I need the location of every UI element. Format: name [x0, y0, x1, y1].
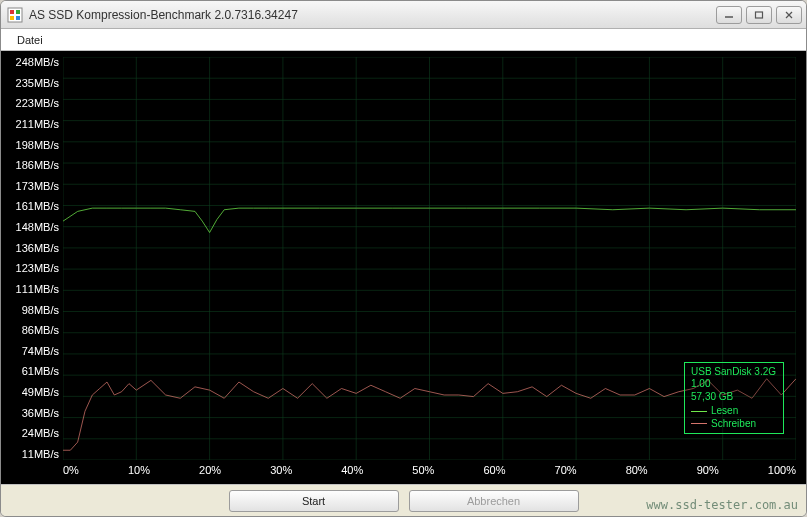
watermark: www.ssd-tester.com.au	[646, 498, 798, 512]
x-axis: 0%10%20%30%40%50%60%70%80%90%100%	[63, 464, 796, 480]
plot-area: USB SanDisk 3.2G 1.00 57,30 GB Lesen Sch…	[63, 57, 796, 460]
x-tick: 50%	[412, 464, 434, 480]
svg-rect-6	[756, 12, 763, 18]
window-title: AS SSD Kompression-Benchmark 2.0.7316.34…	[29, 8, 716, 22]
y-axis: 248MB/s235MB/s223MB/s211MB/s198MB/s186MB…	[1, 57, 63, 460]
x-tick: 100%	[768, 464, 796, 480]
minimize-button[interactable]	[716, 6, 742, 24]
legend-write-label: Schreiben	[711, 418, 756, 431]
y-tick: 173MB/s	[1, 181, 63, 192]
legend-read-label: Lesen	[711, 405, 738, 418]
legend-device: USB SanDisk 3.2G	[691, 366, 777, 379]
y-tick: 11MB/s	[1, 449, 63, 460]
legend-swatch-read	[691, 411, 707, 412]
y-tick: 136MB/s	[1, 243, 63, 254]
y-tick: 24MB/s	[1, 428, 63, 439]
y-tick: 161MB/s	[1, 201, 63, 212]
app-icon	[7, 7, 23, 23]
y-tick: 123MB/s	[1, 263, 63, 274]
start-button[interactable]: Start	[229, 490, 399, 512]
y-tick: 235MB/s	[1, 78, 63, 89]
y-tick: 74MB/s	[1, 346, 63, 357]
svg-rect-4	[16, 16, 20, 20]
y-tick: 223MB/s	[1, 98, 63, 109]
y-tick: 248MB/s	[1, 57, 63, 68]
x-tick: 90%	[697, 464, 719, 480]
y-tick: 111MB/s	[1, 284, 63, 295]
x-tick: 70%	[555, 464, 577, 480]
x-tick: 30%	[270, 464, 292, 480]
y-tick: 98MB/s	[1, 305, 63, 316]
maximize-button[interactable]	[746, 6, 772, 24]
x-tick: 0%	[63, 464, 79, 480]
titlebar: AS SSD Kompression-Benchmark 2.0.7316.34…	[1, 1, 806, 29]
legend-box: USB SanDisk 3.2G 1.00 57,30 GB Lesen Sch…	[684, 362, 784, 435]
x-tick: 60%	[483, 464, 505, 480]
y-tick: 211MB/s	[1, 119, 63, 130]
y-tick: 36MB/s	[1, 408, 63, 419]
legend-swatch-write	[691, 423, 707, 424]
y-tick: 49MB/s	[1, 387, 63, 398]
cancel-button[interactable]: Abbrechen	[409, 490, 579, 512]
svg-rect-1	[10, 10, 14, 14]
close-button[interactable]	[776, 6, 802, 24]
y-tick: 61MB/s	[1, 366, 63, 377]
y-tick: 86MB/s	[1, 325, 63, 336]
legend-version: 1.00	[691, 378, 777, 391]
y-tick: 198MB/s	[1, 140, 63, 151]
menu-file[interactable]: Datei	[9, 32, 51, 48]
chart-area: 248MB/s235MB/s223MB/s211MB/s198MB/s186MB…	[1, 51, 806, 484]
button-row: Start Abbrechen www.ssd-tester.com.au	[1, 484, 806, 516]
svg-rect-2	[16, 10, 20, 14]
x-tick: 20%	[199, 464, 221, 480]
x-tick: 80%	[626, 464, 648, 480]
legend-capacity: 57,30 GB	[691, 391, 777, 404]
window-controls	[716, 6, 802, 24]
y-tick: 186MB/s	[1, 160, 63, 171]
menubar: Datei	[1, 29, 806, 51]
svg-rect-3	[10, 16, 14, 20]
app-window: AS SSD Kompression-Benchmark 2.0.7316.34…	[0, 0, 807, 517]
x-tick: 10%	[128, 464, 150, 480]
y-tick: 148MB/s	[1, 222, 63, 233]
x-tick: 40%	[341, 464, 363, 480]
